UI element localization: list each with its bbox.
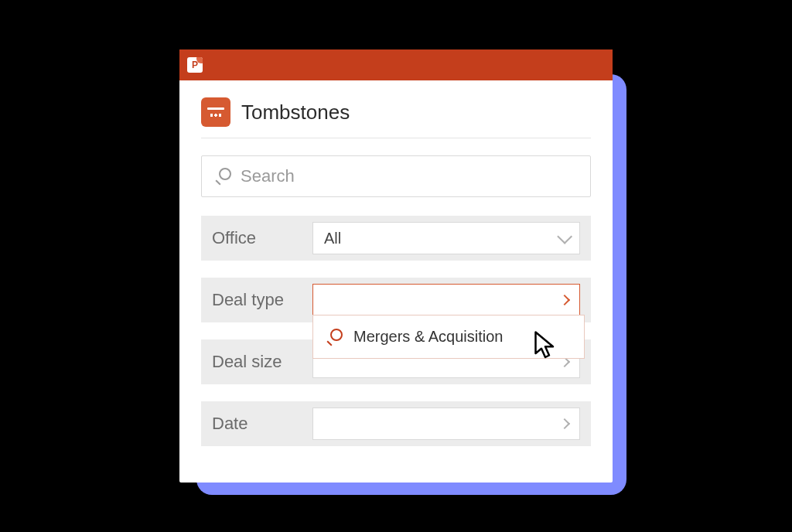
- panel-header: Tombstones: [201, 97, 591, 138]
- office-dropdown[interactable]: All: [312, 222, 580, 254]
- filter-label-office: Office: [212, 228, 312, 248]
- filter-label-deal-type: Deal type: [212, 290, 312, 310]
- tombstones-icon: [201, 97, 230, 127]
- deal-type-option-label: Mergers & Acquisition: [353, 328, 503, 346]
- filter-label-deal-size: Deal size: [212, 352, 312, 372]
- date-dropdown[interactable]: [312, 408, 580, 440]
- chevron-right-icon: [559, 295, 570, 305]
- filter-label-date: Date: [212, 414, 312, 434]
- app-badge-letter: P: [192, 60, 198, 70]
- search-input[interactable]: [241, 166, 578, 186]
- deal-type-dropdown-panel: Mergers & Acquisition: [312, 315, 585, 359]
- filter-row-deal-type: Deal type Mergers & Acquisition: [201, 278, 591, 322]
- search-icon: [214, 168, 231, 185]
- office-value: All: [324, 230, 341, 247]
- search-box[interactable]: [201, 155, 591, 197]
- chevron-right-icon: [559, 418, 570, 429]
- deal-type-dropdown[interactable]: [312, 284, 580, 316]
- app-window: P Tombstones Office All: [179, 49, 613, 483]
- deal-type-option[interactable]: Mergers & Acquisition: [313, 320, 584, 353]
- search-icon: [326, 329, 343, 346]
- tombstones-panel: Tombstones Office All Deal type: [179, 80, 613, 446]
- powerpoint-icon: P: [187, 57, 203, 73]
- filter-row-office: Office All: [201, 216, 591, 261]
- titlebar: P: [179, 49, 613, 80]
- panel-title: Tombstones: [241, 101, 350, 124]
- filter-row-date: Date: [201, 401, 591, 446]
- chevron-down-icon: [557, 229, 572, 244]
